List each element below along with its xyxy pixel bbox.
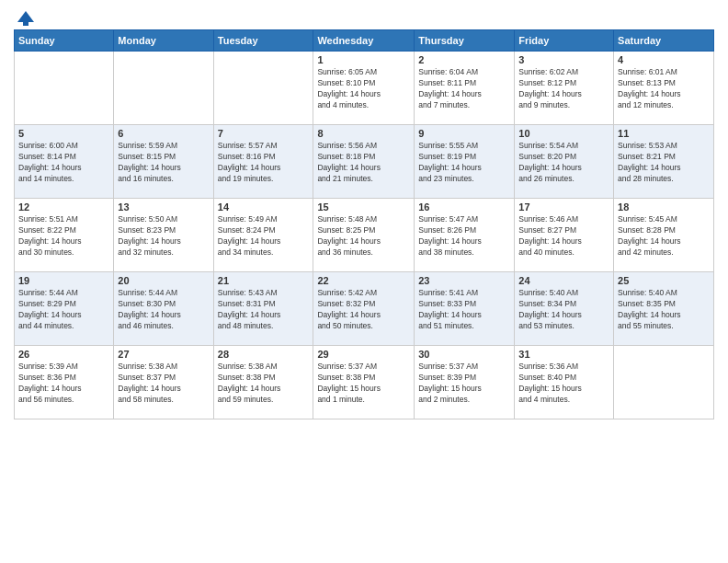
day-info: Sunrise: 5:46 AM Sunset: 8:27 PM Dayligh…	[518, 214, 609, 259]
calendar-cell: 1Sunrise: 6:05 AM Sunset: 8:10 PM Daylig…	[313, 52, 415, 125]
calendar-cell: 4Sunrise: 6:01 AM Sunset: 8:13 PM Daylig…	[614, 52, 714, 125]
calendar-cell: 14Sunrise: 5:49 AM Sunset: 8:24 PM Dayli…	[213, 199, 313, 272]
day-number: 30	[418, 349, 510, 360]
calendar-table: SundayMondayTuesdayWednesdayThursdayFrid…	[14, 29, 714, 419]
day-info: Sunrise: 5:37 AM Sunset: 8:39 PM Dayligh…	[418, 362, 510, 406]
calendar-header-friday: Friday	[515, 30, 614, 52]
day-number: 14	[218, 201, 310, 213]
calendar-cell: 12Sunrise: 5:51 AM Sunset: 8:22 PM Dayli…	[15, 199, 114, 272]
day-info: Sunrise: 5:45 AM Sunset: 8:28 PM Dayligh…	[618, 214, 710, 259]
day-number: 20	[118, 275, 209, 286]
day-number: 23	[418, 275, 510, 286]
day-info: Sunrise: 5:48 AM Sunset: 8:25 PM Dayligh…	[317, 214, 410, 259]
day-number: 1	[317, 54, 410, 65]
day-info: Sunrise: 5:51 AM Sunset: 8:22 PM Dayligh…	[18, 214, 109, 259]
calendar-header-sunday: Sunday	[15, 30, 114, 52]
calendar-cell	[15, 52, 114, 125]
day-number: 4	[618, 54, 710, 65]
day-number: 2	[418, 54, 510, 65]
day-info: Sunrise: 6:02 AM Sunset: 8:12 PM Dayligh…	[518, 67, 609, 111]
day-number: 5	[18, 128, 109, 139]
calendar-cell: 24Sunrise: 5:40 AM Sunset: 8:34 PM Dayli…	[515, 272, 614, 346]
day-info: Sunrise: 5:37 AM Sunset: 8:38 PM Dayligh…	[317, 362, 410, 406]
day-info: Sunrise: 6:01 AM Sunset: 8:13 PM Dayligh…	[618, 67, 710, 111]
day-info: Sunrise: 5:53 AM Sunset: 8:21 PM Dayligh…	[618, 141, 710, 185]
day-info: Sunrise: 5:41 AM Sunset: 8:33 PM Dayligh…	[418, 288, 510, 332]
calendar-cell: 26Sunrise: 5:39 AM Sunset: 8:36 PM Dayli…	[15, 346, 114, 419]
day-info: Sunrise: 5:39 AM Sunset: 8:36 PM Dayligh…	[18, 362, 109, 406]
day-info: Sunrise: 5:59 AM Sunset: 8:15 PM Dayligh…	[118, 141, 209, 185]
day-number: 25	[618, 275, 710, 286]
calendar-cell: 13Sunrise: 5:50 AM Sunset: 8:23 PM Dayli…	[114, 199, 213, 272]
calendar-cell: 7Sunrise: 5:57 AM Sunset: 8:16 PM Daylig…	[213, 125, 313, 199]
calendar-cell: 17Sunrise: 5:46 AM Sunset: 8:27 PM Dayli…	[515, 199, 614, 272]
calendar-cell: 28Sunrise: 5:38 AM Sunset: 8:38 PM Dayli…	[213, 346, 313, 419]
day-number: 28	[218, 349, 310, 360]
calendar-cell: 11Sunrise: 5:53 AM Sunset: 8:21 PM Dayli…	[614, 125, 714, 199]
calendar-header-wednesday: Wednesday	[313, 30, 415, 52]
calendar-cell: 30Sunrise: 5:37 AM Sunset: 8:39 PM Dayli…	[415, 346, 515, 419]
day-info: Sunrise: 5:56 AM Sunset: 8:18 PM Dayligh…	[317, 141, 410, 185]
calendar-cell: 22Sunrise: 5:42 AM Sunset: 8:32 PM Dayli…	[313, 272, 415, 346]
day-info: Sunrise: 5:50 AM Sunset: 8:23 PM Dayligh…	[118, 214, 209, 259]
calendar-cell	[213, 52, 313, 125]
day-info: Sunrise: 5:40 AM Sunset: 8:34 PM Dayligh…	[518, 288, 609, 332]
day-info: Sunrise: 6:00 AM Sunset: 8:14 PM Dayligh…	[18, 141, 109, 185]
day-number: 17	[518, 201, 609, 213]
page: SundayMondayTuesdayWednesdayThursdayFrid…	[0, 0, 728, 563]
day-number: 11	[618, 128, 710, 139]
svg-marker-0	[17, 11, 34, 26]
calendar-cell: 5Sunrise: 6:00 AM Sunset: 8:14 PM Daylig…	[15, 125, 114, 199]
day-info: Sunrise: 5:49 AM Sunset: 8:24 PM Dayligh…	[218, 214, 310, 259]
day-info: Sunrise: 5:44 AM Sunset: 8:29 PM Dayligh…	[18, 288, 109, 332]
calendar-cell: 15Sunrise: 5:48 AM Sunset: 8:25 PM Dayli…	[313, 199, 415, 272]
logo-icon	[16, 9, 36, 26]
calendar-header-row: SundayMondayTuesdayWednesdayThursdayFrid…	[15, 30, 714, 52]
calendar-cell: 18Sunrise: 5:45 AM Sunset: 8:28 PM Dayli…	[614, 199, 714, 272]
day-number: 12	[18, 201, 109, 213]
calendar-header-tuesday: Tuesday	[213, 30, 313, 52]
calendar-header-monday: Monday	[114, 30, 213, 52]
day-number: 29	[317, 349, 410, 360]
day-info: Sunrise: 5:36 AM Sunset: 8:40 PM Dayligh…	[518, 362, 609, 406]
day-info: Sunrise: 5:43 AM Sunset: 8:31 PM Dayligh…	[218, 288, 310, 332]
calendar-cell: 3Sunrise: 6:02 AM Sunset: 8:12 PM Daylig…	[515, 52, 614, 125]
day-number: 19	[18, 275, 109, 286]
calendar-header-saturday: Saturday	[614, 30, 714, 52]
day-number: 24	[518, 275, 609, 286]
day-info: Sunrise: 5:55 AM Sunset: 8:19 PM Dayligh…	[418, 141, 510, 185]
logo	[14, 9, 36, 22]
day-info: Sunrise: 5:57 AM Sunset: 8:16 PM Dayligh…	[218, 141, 310, 185]
calendar-header-thursday: Thursday	[415, 30, 515, 52]
calendar-cell: 27Sunrise: 5:38 AM Sunset: 8:37 PM Dayli…	[114, 346, 213, 419]
day-info: Sunrise: 5:44 AM Sunset: 8:30 PM Dayligh…	[118, 288, 209, 332]
calendar-cell: 16Sunrise: 5:47 AM Sunset: 8:26 PM Dayli…	[415, 199, 515, 272]
day-number: 22	[317, 275, 410, 286]
day-number: 18	[618, 201, 710, 213]
day-number: 7	[218, 128, 310, 139]
day-info: Sunrise: 6:05 AM Sunset: 8:10 PM Dayligh…	[317, 67, 410, 111]
day-info: Sunrise: 5:47 AM Sunset: 8:26 PM Dayligh…	[418, 214, 510, 259]
header	[14, 9, 714, 22]
calendar-cell: 23Sunrise: 5:41 AM Sunset: 8:33 PM Dayli…	[415, 272, 515, 346]
day-number: 9	[418, 128, 510, 139]
calendar-cell: 20Sunrise: 5:44 AM Sunset: 8:30 PM Dayli…	[114, 272, 213, 346]
day-number: 13	[118, 201, 209, 213]
calendar-cell: 19Sunrise: 5:44 AM Sunset: 8:29 PM Dayli…	[15, 272, 114, 346]
day-number: 10	[518, 128, 609, 139]
calendar-cell: 29Sunrise: 5:37 AM Sunset: 8:38 PM Dayli…	[313, 346, 415, 419]
calendar-week-row: 26Sunrise: 5:39 AM Sunset: 8:36 PM Dayli…	[15, 346, 714, 419]
calendar-cell	[114, 52, 213, 125]
calendar-cell: 25Sunrise: 5:40 AM Sunset: 8:35 PM Dayli…	[614, 272, 714, 346]
calendar-cell: 21Sunrise: 5:43 AM Sunset: 8:31 PM Dayli…	[213, 272, 313, 346]
day-number: 26	[18, 349, 109, 360]
day-number: 31	[518, 349, 609, 360]
day-number: 27	[118, 349, 209, 360]
calendar-week-row: 1Sunrise: 6:05 AM Sunset: 8:10 PM Daylig…	[15, 52, 714, 125]
calendar-cell: 2Sunrise: 6:04 AM Sunset: 8:11 PM Daylig…	[415, 52, 515, 125]
day-number: 16	[418, 201, 510, 213]
calendar-cell: 31Sunrise: 5:36 AM Sunset: 8:40 PM Dayli…	[515, 346, 614, 419]
calendar-cell	[614, 346, 714, 419]
day-number: 8	[317, 128, 410, 139]
day-info: Sunrise: 5:42 AM Sunset: 8:32 PM Dayligh…	[317, 288, 410, 332]
